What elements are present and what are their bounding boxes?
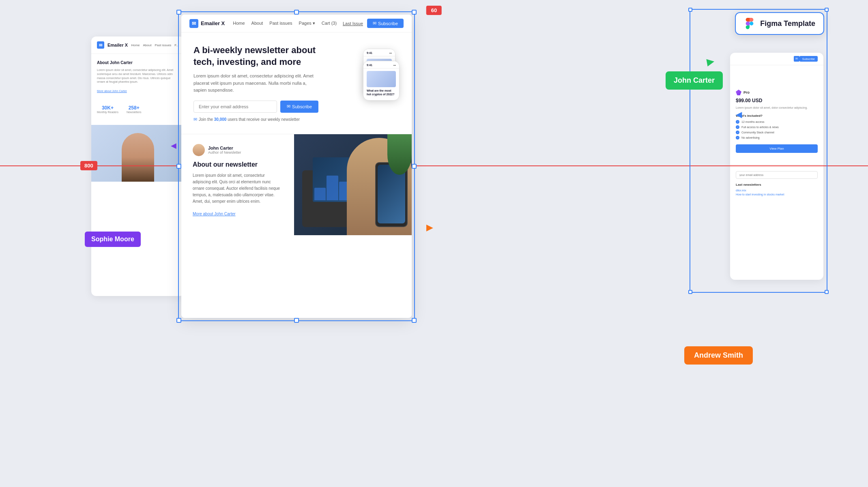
check-text-1: 12 months access [741, 120, 764, 123]
author-role: Author of Newsletter [208, 150, 241, 154]
hero-email-input[interactable] [193, 101, 277, 113]
author-name: John Carter [208, 146, 241, 150]
newsletter-link-1[interactable]: dilor.mix [736, 189, 818, 192]
check-icon-4: ✓ [736, 136, 739, 139]
bottom-section: Last newsletters dilor.mix How to start … [730, 164, 823, 203]
stat-newsletters-num: 258+ [127, 105, 142, 111]
handle-top-left[interactable] [176, 10, 181, 15]
nav-about[interactable]: About [251, 21, 263, 26]
handle-bottom-left[interactable] [176, 318, 181, 323]
person-silhouette [122, 133, 154, 182]
nav-past-issues[interactable]: Past issues [269, 21, 292, 26]
email-input-small[interactable] [736, 171, 818, 179]
envelope-icon-nav: ✉ [373, 21, 376, 26]
stat-newsletters-label: Newsletters [127, 111, 142, 114]
handle-top-mid[interactable] [294, 10, 299, 15]
check-text-4: No advertising [741, 136, 760, 139]
about-section-title: About our newsletter [193, 161, 283, 168]
nav-logo-icon: ✉ [189, 19, 198, 28]
canvas: 800 60 ✉ Emailer X Home About Past issue… [0, 0, 868, 487]
phone-status-icons-front: ▪▪▪ [393, 64, 396, 67]
check-item-1: ✓ 12 months access [736, 120, 818, 124]
handle-top-right[interactable] [412, 10, 417, 15]
hero-title: A bi-weekly newsletter about tech, inves… [193, 45, 318, 68]
left-card-nav: ✉ Emailer X Home About Past issues F... [91, 36, 185, 54]
more-about-link[interactable]: More about John Carter [193, 212, 236, 216]
phone-title-front: What are the most hot cryptos of 2022? [367, 89, 396, 96]
andrew-smith-badge: Andrew Smith [684, 346, 753, 365]
stat-newsletters: 258+ Newsletters [127, 105, 142, 114]
phone-header-front: 9:41 ▪▪▪ [363, 61, 399, 69]
left-card-logo-icon: ✉ [97, 41, 104, 49]
avatar-image [193, 144, 205, 156]
about-image-column [294, 134, 412, 235]
arrow-down-icon: ▶ [426, 222, 433, 233]
about-description: Lorem ipsum dolor sit amet, consectetur … [193, 172, 283, 205]
email-form: ✉ Subscribe [193, 101, 318, 113]
figma-logo-icon [744, 18, 755, 29]
phone-img-front [367, 71, 396, 87]
nav-pages[interactable]: Pages ▾ [299, 21, 315, 26]
last-issue-link[interactable]: Last Issue [343, 21, 363, 26]
hero-text: A bi-weekly newsletter about tech, inves… [193, 45, 318, 122]
newsletter-link-2[interactable]: How to start investing in stocks market [736, 193, 818, 196]
check-icon-1: ✓ [736, 120, 739, 124]
desk-background [294, 134, 412, 235]
handle-bottom-right[interactable] [412, 318, 417, 323]
phone-header-back: 9:41 ▪▪▪ [363, 49, 395, 56]
chart-bar-2 [327, 176, 338, 200]
user-count: 30,000 [214, 117, 227, 122]
left-background-card: ✉ Emailer X Home About Past issues F... … [91, 36, 185, 296]
right-handle-tl [688, 8, 692, 12]
arrow-decoration: ◀ [171, 141, 176, 150]
hero-phones: 9:41 ▪▪▪ The 25 things I've learned whil… [327, 45, 400, 126]
figma-template-badge: Figma Template [735, 12, 824, 35]
newsletter-nav: ✉ Emailer X Home About Past issues Pages… [181, 15, 412, 32]
left-card-brand: Emailer X [107, 43, 128, 47]
nav-cart[interactable]: Cart (3) [322, 21, 337, 26]
left-card-title: About John Carter [97, 60, 179, 65]
left-card-more-link[interactable]: More about John Carter [97, 90, 127, 92]
diamond-icon [736, 90, 741, 95]
john-carter-badge: John Carter [666, 71, 723, 90]
stat-readers-label: Monthly Readers [97, 111, 118, 114]
phone-content-front: What are the most hot cryptos of 2022? [363, 69, 399, 100]
arrow-left-icon: ◀ [736, 109, 742, 119]
left-card-stats: 30K+ Monthly Readers 258+ Newsletters [91, 100, 185, 118]
nav-home[interactable]: Home [233, 21, 245, 26]
hero-subscribe-button[interactable]: ✉ Subscribe [280, 101, 318, 113]
check-icon-3: ✓ [736, 131, 739, 134]
arrow-up-icon: ▶ [706, 56, 715, 68]
handle-mid-right[interactable] [412, 164, 417, 169]
check-item-4: ✓ No advertising [736, 136, 818, 139]
nav-links: Home About Past issues Pages ▾ Cart (3) [233, 21, 337, 26]
sophie-moore-badge: Sophie Moore [85, 232, 141, 247]
main-card: ✉ Emailer X Home About Past issues Pages… [181, 15, 412, 318]
check-item-3: ✓ Community Slack channel [736, 131, 818, 134]
pro-badge: Pro [736, 90, 818, 95]
hero-description: Lorem ipsum dolor sit amet, consectetur … [193, 73, 318, 94]
left-card-nav-links: Home About Past issues F... [131, 43, 179, 47]
main-card-wrapper: ✉ Emailer X Home About Past issues Pages… [181, 15, 412, 318]
check-text-3: Community Slack channel [741, 131, 774, 134]
envelope-decoration: ✉ [193, 117, 197, 122]
nav-brand: Emailer X [201, 20, 225, 26]
phone-time-front: 9:41 [367, 64, 372, 67]
left-card-text: Lorem ipsum dolor sit amet, consectetur … [97, 68, 179, 84]
right-handle-bl [688, 290, 692, 294]
chart-bar-1 [314, 188, 326, 200]
price-label: $99.00 USD [736, 98, 818, 103]
join-text: ✉ Join the 30,000 users that receive our… [193, 117, 318, 122]
subscribe-button[interactable]: ✉ Subscribe [367, 19, 404, 28]
left-card-person-image: ◀ [91, 125, 185, 182]
author-info: John Carter Author of Newsletter [208, 146, 241, 154]
check-icon-2: ✓ [736, 125, 739, 129]
view-plan-button[interactable]: View Plan [736, 144, 818, 153]
left-nav-past: Past issues [155, 43, 171, 47]
about-text-column: John Carter Author of Newsletter About o… [181, 134, 294, 235]
right-card-logo: ✉ [794, 56, 799, 62]
right-subscribe-button[interactable]: Subscribe [799, 56, 818, 62]
nav-logo: ✉ Emailer X [189, 19, 225, 28]
handle-bottom-mid[interactable] [294, 318, 299, 323]
phone-status-icons-back: ▪▪▪ [389, 52, 392, 54]
